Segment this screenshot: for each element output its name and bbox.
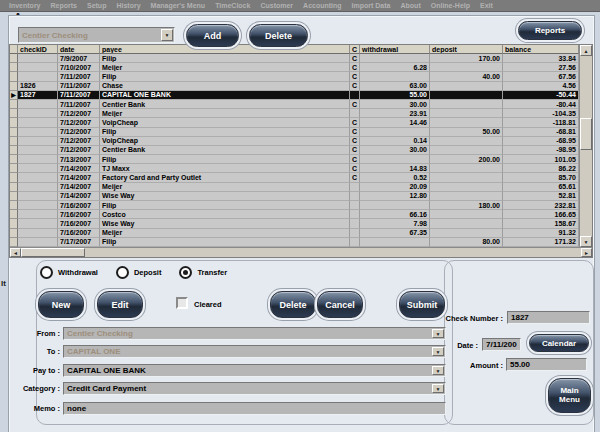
scroll-left-icon[interactable]: ◄ xyxy=(10,248,21,257)
vertical-scrollbar[interactable]: ▲ ▼ xyxy=(579,45,592,247)
scroll-up-icon[interactable]: ▲ xyxy=(580,45,592,56)
main-menu-button[interactable]: Main Menu xyxy=(548,378,591,413)
scroll-right-icon[interactable]: ► xyxy=(581,248,592,257)
field-category[interactable]: Credit Card Payment▼ xyxy=(63,382,446,395)
row-selector[interactable] xyxy=(10,183,18,192)
cell-withdrawal: 63.00 xyxy=(360,82,430,91)
cell-date: 7/12/2007 xyxy=(58,137,100,146)
row-selector[interactable] xyxy=(10,82,18,91)
menu-item-online-help[interactable]: Online-Help xyxy=(426,2,475,9)
row-selector[interactable] xyxy=(10,137,18,146)
check-number-field[interactable]: 1827 xyxy=(507,311,590,324)
delete-button[interactable]: Delete xyxy=(270,291,316,318)
table-row[interactable]: 7/16/2007Costco66.16166.65 xyxy=(10,210,579,219)
add-button[interactable]: Add xyxy=(186,24,239,47)
cell-checkid xyxy=(18,146,58,155)
row-selector[interactable] xyxy=(10,201,18,210)
field-value-memo: none xyxy=(67,404,86,413)
table-row[interactable]: ▶18277/11/2007CAPITAL ONE BANK55.00-50.4… xyxy=(10,91,579,100)
row-selector[interactable] xyxy=(10,146,18,155)
cell-balance: 158.67 xyxy=(503,219,579,228)
table-row[interactable]: 7/16/2007Wise Way7.98158.67 xyxy=(10,219,579,228)
table-row[interactable]: 7/10/2007MeijerC6.2827.56 xyxy=(10,63,579,72)
delete-account-button[interactable]: Delete xyxy=(249,24,308,47)
row-selector[interactable] xyxy=(10,229,18,238)
cell-checkid xyxy=(18,173,58,182)
field-pay-to[interactable]: CAPITAL ONE BANK▼ xyxy=(63,364,446,377)
menu-item-manager-s-menu[interactable]: Manager's Menu xyxy=(146,2,211,9)
vertical-scroll-thumb[interactable] xyxy=(580,118,592,150)
cancel-button[interactable]: Cancel xyxy=(317,291,363,318)
row-selector[interactable]: ▶ xyxy=(10,91,18,100)
table-row[interactable]: 7/14/2007Meijer20.0965.61 xyxy=(10,183,579,192)
table-row[interactable]: 7/17/2007Filip80.00171.32 xyxy=(10,238,579,247)
menu-item-timeclock[interactable]: TimeClock xyxy=(210,2,255,9)
amount-field[interactable]: 55.00 xyxy=(506,358,587,371)
table-row[interactable]: 7/12/2007VoipCheapC0.14-68.95 xyxy=(10,137,579,146)
table-row[interactable]: 7/12/2007Meijer23.91-104.35 xyxy=(10,109,579,118)
calendar-button[interactable]: Calendar xyxy=(529,334,589,352)
menu-item-inventory[interactable]: Inventory xyxy=(4,2,46,9)
cell-cleared xyxy=(350,238,360,247)
transactions-table: checkIDdatepayeeCwithdrawaldepositbalanc… xyxy=(9,44,593,258)
row-selector[interactable] xyxy=(10,72,18,81)
cell-cleared: C xyxy=(350,100,360,109)
menu-item-customer[interactable]: Customer xyxy=(255,2,298,9)
amount-label: Amount : xyxy=(420,361,503,370)
cell-cleared: C xyxy=(350,63,360,72)
table-row[interactable]: 18267/11/2007ChaseC63.004.56 xyxy=(10,82,579,91)
row-selector[interactable] xyxy=(10,109,18,118)
chevron-down-icon[interactable]: ▼ xyxy=(432,384,444,393)
menu-item-reports[interactable]: Reports xyxy=(46,2,82,9)
cell-balance: 86.22 xyxy=(503,164,579,173)
table-row[interactable]: 7/13/2007FilipC200.00101.05 xyxy=(10,155,579,164)
table-row[interactable]: 7/12/2007FilipC50.00-68.81 xyxy=(10,128,579,137)
row-selector[interactable] xyxy=(10,192,18,201)
row-selector[interactable] xyxy=(10,238,18,247)
table-row[interactable]: 7/16/2007Meijer67.3591.32 xyxy=(10,229,579,238)
menu-item-exit[interactable]: Exit xyxy=(475,2,498,9)
row-selector[interactable] xyxy=(10,100,18,109)
radio-transfer[interactable] xyxy=(179,266,192,279)
scroll-down-icon[interactable]: ▼ xyxy=(580,236,592,247)
table-row[interactable]: 7/12/2007Centier BankC30.00-98.95 xyxy=(10,146,579,155)
table-row[interactable]: 7/14/2007Factory Card and Party OutletC0… xyxy=(10,173,579,182)
horizontal-scrollbar[interactable]: ◄ ► xyxy=(10,247,592,257)
cell-deposit xyxy=(430,164,503,173)
cell-withdrawal xyxy=(360,201,430,210)
table-row[interactable]: 7/12/2007VoipCheapC14.46-118.81 xyxy=(10,118,579,127)
row-selector[interactable] xyxy=(10,164,18,173)
menu-item-setup[interactable]: Setup xyxy=(82,2,111,9)
horizontal-scroll-thumb[interactable] xyxy=(21,248,85,257)
row-selector[interactable] xyxy=(10,128,18,137)
menu-item-import-data[interactable]: Import Data xyxy=(347,2,396,9)
menu-item-history[interactable]: History xyxy=(111,2,145,9)
cell-date: 7/10/2007 xyxy=(58,63,100,72)
radio-withdrawal[interactable] xyxy=(40,266,53,279)
row-selector[interactable] xyxy=(10,118,18,127)
row-selector[interactable] xyxy=(10,54,18,63)
edit-button[interactable]: Edit xyxy=(97,291,143,318)
row-selector[interactable] xyxy=(10,155,18,164)
table-row[interactable]: 7/16/2007Filip180.00232.81 xyxy=(10,201,579,210)
cell-cleared: C xyxy=(350,155,360,164)
field-memo[interactable]: none xyxy=(63,402,446,415)
new-button[interactable]: New xyxy=(38,291,84,318)
table-row[interactable]: 7/9/2007FilipC170.0033.84 xyxy=(10,54,579,63)
row-selector[interactable] xyxy=(10,219,18,228)
row-selector[interactable] xyxy=(10,173,18,182)
cleared-checkbox[interactable] xyxy=(176,297,188,309)
chevron-down-icon: ▼ xyxy=(432,329,444,338)
date-field[interactable]: 7/11/200 xyxy=(482,338,521,351)
menu-item-about[interactable]: About xyxy=(396,2,426,9)
reports-button[interactable]: Reports xyxy=(518,21,582,40)
row-selector[interactable] xyxy=(10,210,18,219)
table-row[interactable]: 7/14/2007TJ MaxxC14.8386.22 xyxy=(10,164,579,173)
menu-item-accounting[interactable]: Accounting xyxy=(298,2,347,9)
radio-deposit[interactable] xyxy=(116,266,129,279)
table-row[interactable]: 7/14/2007Wise Way12.8052.81 xyxy=(10,192,579,201)
cell-cleared: C xyxy=(350,137,360,146)
row-selector[interactable] xyxy=(10,63,18,72)
table-row[interactable]: 7/11/2007FilipC40.0067.56 xyxy=(10,72,579,81)
table-row[interactable]: 7/11/2007Centier BankC30.00-80.44 xyxy=(10,100,579,109)
